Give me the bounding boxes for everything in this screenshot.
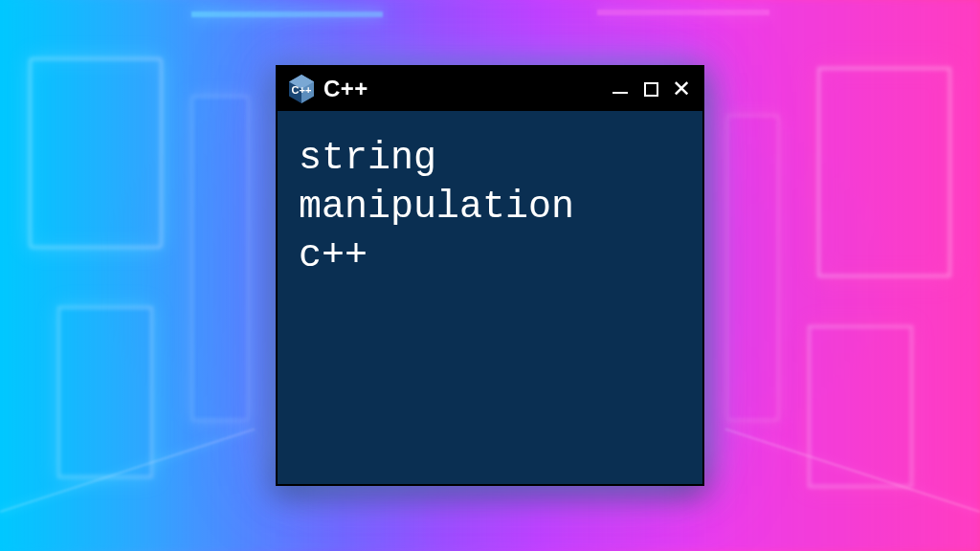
svg-text:C++: C++ <box>292 84 312 96</box>
terminal-window: C++ C++ ✕ string manipulation c++ <box>276 65 704 486</box>
minimize-button[interactable] <box>611 79 630 99</box>
cpp-icon: C++ <box>289 75 314 103</box>
window-title: C++ <box>323 76 368 102</box>
maximize-button[interactable] <box>641 79 660 99</box>
terminal-content: string manipulation c++ <box>278 111 702 304</box>
close-button[interactable]: ✕ <box>672 79 691 99</box>
titlebar-left: C++ C++ <box>289 75 368 103</box>
window-controls: ✕ <box>611 79 691 99</box>
titlebar[interactable]: C++ C++ ✕ <box>278 67 702 111</box>
